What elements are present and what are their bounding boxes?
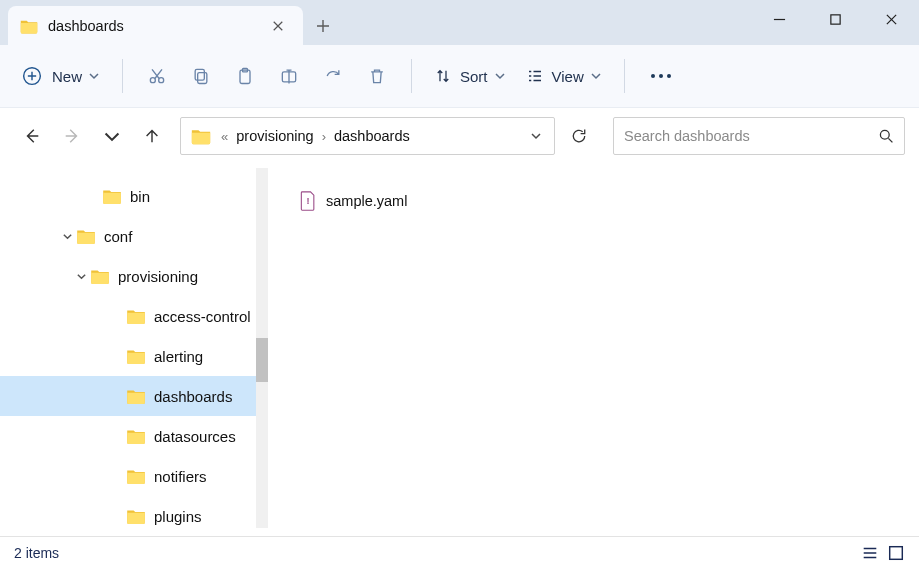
new-tab-button[interactable] (303, 6, 343, 45)
chevron-down-icon (103, 127, 121, 145)
status-bar: 2 items (0, 536, 919, 569)
cut-button[interactable] (135, 56, 179, 96)
tree-item[interactable]: datasources (0, 416, 268, 456)
file-item[interactable]: !sample.yaml (298, 186, 889, 216)
tree-item[interactable]: alerting (0, 336, 268, 376)
svg-text:!: ! (306, 196, 309, 206)
clipboard-icon (235, 66, 255, 86)
tree-item-label: plugins (154, 508, 202, 525)
tree-item[interactable]: conf (0, 216, 268, 256)
expand-toggle[interactable] (58, 231, 76, 242)
tree-item-label: notifiers (154, 468, 207, 485)
minimize-icon (773, 13, 786, 26)
folder-icon (90, 268, 110, 284)
address-row: « provisioning › dashboards (0, 108, 919, 164)
rename-button[interactable] (267, 56, 311, 96)
tree-item[interactable]: provisioning (0, 256, 268, 296)
up-button[interactable] (134, 118, 170, 154)
scissors-icon (147, 66, 167, 86)
maximize-icon (829, 13, 842, 26)
separator (122, 59, 123, 93)
tree-item-label: provisioning (118, 268, 198, 285)
tree-item[interactable]: notifiers (0, 456, 268, 496)
minimize-button[interactable] (751, 0, 807, 38)
expand-toggle[interactable] (72, 271, 90, 282)
folder-icon (76, 228, 96, 244)
breadcrumb-separator: › (322, 129, 326, 144)
svg-point-9 (880, 130, 889, 139)
share-button[interactable] (311, 56, 355, 96)
refresh-icon (570, 127, 588, 145)
folder-icon (126, 428, 146, 444)
new-label: New (52, 68, 82, 85)
forward-button[interactable] (54, 118, 90, 154)
maximize-button[interactable] (807, 0, 863, 38)
tree-item-label: datasources (154, 428, 236, 445)
folder-icon (126, 348, 146, 364)
chevron-down-icon (530, 130, 542, 142)
tree-item-label: conf (104, 228, 132, 245)
navigation-tree[interactable]: binconfprovisioningaccess-controlalertin… (0, 164, 268, 536)
window-controls (751, 0, 919, 38)
close-tab-button[interactable] (265, 13, 291, 39)
scrollbar-thumb[interactable] (256, 338, 268, 382)
svg-point-3 (159, 78, 164, 83)
breadcrumb-segment[interactable]: dashboards (330, 126, 414, 146)
share-icon (323, 66, 343, 86)
tree-item[interactable]: access-control (0, 296, 268, 336)
svg-rect-4 (198, 73, 207, 84)
paste-button[interactable] (223, 56, 267, 96)
svg-rect-0 (830, 14, 839, 23)
copy-button[interactable] (179, 56, 223, 96)
chevron-down-icon (590, 70, 602, 82)
folder-icon (126, 468, 146, 484)
separator (624, 59, 625, 93)
tree-item-label: alerting (154, 348, 203, 365)
tree-item[interactable]: plugins (0, 496, 268, 536)
tree-item-label: access-control (154, 308, 251, 325)
back-button[interactable] (14, 118, 50, 154)
svg-rect-5 (195, 69, 204, 80)
trash-icon (367, 66, 387, 86)
plus-circle-icon (22, 66, 42, 86)
sort-icon (434, 67, 452, 85)
refresh-button[interactable] (559, 117, 599, 155)
tab-title: dashboards (48, 18, 124, 34)
icons-view-button[interactable] (887, 544, 905, 562)
address-bar[interactable]: « provisioning › dashboards (180, 117, 555, 155)
breadcrumb-segment[interactable]: provisioning (232, 126, 317, 146)
copy-icon (191, 66, 211, 86)
view-button[interactable]: View (516, 56, 612, 96)
file-name: sample.yaml (326, 193, 407, 209)
chevron-down-icon (88, 70, 100, 82)
tree-item-label: bin (130, 188, 150, 205)
svg-rect-11 (890, 547, 903, 560)
breadcrumb-overflow[interactable]: « (221, 129, 228, 144)
file-list[interactable]: !sample.yaml (268, 164, 919, 536)
plus-icon (316, 19, 330, 33)
close-icon (885, 13, 898, 26)
search-box[interactable] (613, 117, 905, 155)
close-window-button[interactable] (863, 0, 919, 38)
sort-button[interactable]: Sort (424, 56, 516, 96)
body: binconfprovisioningaccess-controlalertin… (0, 164, 919, 536)
recent-locations-button[interactable] (94, 118, 130, 154)
sort-label: Sort (460, 68, 488, 85)
ellipsis-icon (651, 74, 671, 78)
tree-item-label: dashboards (154, 388, 232, 405)
window-tab[interactable]: dashboards (8, 6, 303, 45)
tree-item[interactable]: dashboards (0, 376, 268, 416)
search-input[interactable] (624, 128, 878, 144)
details-view-button[interactable] (861, 544, 879, 562)
delete-button[interactable] (355, 56, 399, 96)
arrow-right-icon (63, 127, 81, 145)
close-icon (272, 20, 284, 32)
svg-point-2 (150, 78, 155, 83)
more-options-button[interactable] (637, 56, 685, 96)
tree-item[interactable]: bin (0, 176, 268, 216)
new-button[interactable]: New (12, 56, 110, 96)
status-text: 2 items (14, 545, 59, 561)
separator (411, 59, 412, 93)
address-history-button[interactable] (522, 130, 550, 142)
folder-icon (102, 188, 122, 204)
